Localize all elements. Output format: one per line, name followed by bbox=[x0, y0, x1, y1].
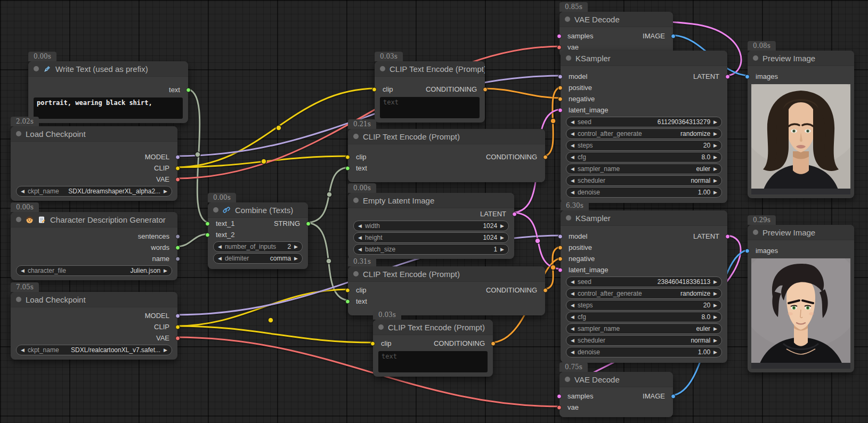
output-slot-dot-conditioning[interactable] bbox=[483, 87, 488, 92]
output-slot-dot-latent[interactable] bbox=[725, 234, 730, 239]
node-title-bar[interactable]: VAE Decode bbox=[559, 12, 673, 27]
collapse-dot[interactable] bbox=[16, 131, 21, 136]
link-midpoint-dot[interactable] bbox=[535, 238, 540, 243]
widget-left-arrow-icon[interactable]: ◀ bbox=[218, 245, 222, 249]
widget-ckpt-name[interactable]: ◀ ckpt_name SDXL/realcartoonXL_v7.safet.… bbox=[16, 345, 172, 355]
output-slot-dot-model[interactable] bbox=[175, 313, 180, 318]
output-slot-dot-clip[interactable] bbox=[175, 166, 180, 170]
widget-left-arrow-icon[interactable]: ◀ bbox=[571, 280, 574, 284]
node-write-text[interactable]: 0.00s Write Text (used as prefix) text p… bbox=[28, 61, 188, 123]
node-ksampler-2[interactable]: 6.30s KSampler model LATENT positive neg… bbox=[561, 210, 727, 363]
node-title-bar[interactable]: Preview Image bbox=[748, 225, 854, 240]
link-midpoint-dot[interactable] bbox=[550, 265, 556, 270]
collapse-dot[interactable] bbox=[753, 55, 758, 61]
widget-right-arrow-icon[interactable]: ▶ bbox=[500, 224, 504, 229]
output-slot-dot-words[interactable] bbox=[175, 245, 180, 250]
widget-left-arrow-icon[interactable]: ◀ bbox=[571, 291, 574, 296]
node-title-bar[interactable]: Empty Latent Image bbox=[348, 193, 514, 208]
widget-left-arrow-icon[interactable]: ◀ bbox=[571, 178, 574, 183]
node-title-bar[interactable]: Preview Image bbox=[748, 51, 854, 66]
input-slot-dot-positive[interactable] bbox=[558, 85, 563, 90]
input-slot-dot-images[interactable] bbox=[745, 74, 750, 79]
node-preview-image-2[interactable]: 0.29s Preview Image images bbox=[748, 225, 854, 372]
output-slot-dot-vae[interactable] bbox=[175, 336, 180, 340]
text-widget[interactable]: portrait, wearing black shirt, bbox=[34, 97, 183, 119]
input-slot-dot-clip[interactable] bbox=[370, 341, 375, 346]
widget-seed[interactable]: ◀seed238460418336113▶ bbox=[566, 276, 722, 287]
input-slot-dot-text[interactable] bbox=[345, 166, 350, 170]
output-slot-dot-clip[interactable] bbox=[175, 324, 180, 329]
widget-denoise[interactable]: ◀denoise1.00▶ bbox=[566, 187, 722, 198]
widget-right-arrow-icon[interactable]: ▶ bbox=[500, 235, 504, 240]
node-title-bar[interactable]: CLIP Text Encode (Prompt) bbox=[348, 266, 545, 282]
widget-right-arrow-icon[interactable]: ▶ bbox=[713, 291, 717, 296]
node-title-bar[interactable]: Load Checkpoint bbox=[11, 126, 177, 142]
widget-delimiter[interactable]: ◀ delimiter comma ▶ bbox=[213, 253, 303, 264]
widget-right-arrow-icon[interactable]: ▶ bbox=[500, 247, 504, 252]
widget-right-arrow-icon[interactable]: ▶ bbox=[294, 245, 298, 249]
input-slot-dot-clip[interactable] bbox=[372, 87, 377, 92]
widget-control-after-generate[interactable]: ◀control_after_generaterandomize▶ bbox=[566, 288, 722, 299]
input-slot-dot-samples[interactable] bbox=[557, 394, 562, 398]
widget-right-arrow-icon[interactable]: ▶ bbox=[713, 303, 717, 308]
node-clip-text-encode-mid1[interactable]: 0.21s CLIP Text Encode (Prompt) clip CON… bbox=[348, 129, 545, 182]
input-slot-dot-negative[interactable] bbox=[558, 256, 563, 261]
input-slot-dot-text1[interactable] bbox=[205, 221, 210, 226]
input-slot-dot-latent-image[interactable] bbox=[558, 267, 563, 272]
output-slot-dot-sentences[interactable] bbox=[175, 234, 180, 239]
node-clip-text-encode-mid2[interactable]: 0.31s CLIP Text Encode (Prompt) clip CON… bbox=[348, 266, 545, 315]
widget-right-arrow-icon[interactable]: ▶ bbox=[713, 280, 717, 284]
widget-batch-size[interactable]: ◀ batch_size 1 ▶ bbox=[353, 244, 509, 255]
input-slot-dot-text[interactable] bbox=[345, 299, 350, 304]
node-title-bar[interactable]: CLIP Text Encode (Prompt) bbox=[373, 320, 493, 335]
input-slot-dot-vae[interactable] bbox=[557, 45, 562, 50]
widget-steps[interactable]: ◀steps20▶ bbox=[566, 300, 722, 311]
collapse-dot[interactable] bbox=[380, 66, 385, 71]
input-slot-dot-latent-image[interactable] bbox=[558, 108, 563, 112]
node-clip-text-encode-top[interactable]: 0.03s CLIP Text Encode (Prompt) clip CON… bbox=[375, 61, 485, 123]
widget-sampler-name[interactable]: ◀sampler_nameeuler▶ bbox=[566, 323, 722, 334]
widget-left-arrow-icon[interactable]: ◀ bbox=[571, 327, 574, 331]
node-title-bar[interactable]: Character Description Generator bbox=[11, 212, 177, 227]
node-vae-decode-2[interactable]: 0.75s VAE Decode samples IMAGE vae bbox=[559, 372, 673, 417]
widget-ckpt-name[interactable]: ◀ ckpt_name SDXL/dreamshaperXL_alpha2...… bbox=[16, 186, 172, 197]
output-slot-dot-latent[interactable] bbox=[725, 74, 730, 79]
widget-left-arrow-icon[interactable]: ◀ bbox=[358, 247, 362, 252]
widget-height[interactable]: ◀ height 1024 ▶ bbox=[353, 232, 509, 243]
widget-left-arrow-icon[interactable]: ◀ bbox=[21, 189, 25, 194]
graph-canvas[interactable]: 0.00s Write Text (used as prefix) text p… bbox=[0, 0, 868, 423]
widget-right-arrow-icon[interactable]: ▶ bbox=[713, 167, 717, 172]
collapse-dot[interactable] bbox=[378, 324, 384, 330]
widget-right-arrow-icon[interactable]: ▶ bbox=[713, 155, 717, 160]
widget-sampler-name[interactable]: ◀sampler_nameeuler▶ bbox=[566, 164, 722, 174]
node-character-generator[interactable]: 0.00s Character Description Generator se… bbox=[11, 212, 177, 280]
output-slot-dot-vae[interactable] bbox=[175, 177, 180, 182]
node-combine-texts[interactable]: 0.00s Combine (Texts) text_1 STRING text… bbox=[208, 202, 308, 269]
link-midpoint-dot[interactable] bbox=[195, 152, 200, 157]
input-slot-dot-model[interactable] bbox=[558, 74, 563, 79]
input-slot-dot-samples[interactable] bbox=[557, 34, 562, 38]
collapse-dot[interactable] bbox=[213, 207, 218, 213]
node-load-checkpoint-2[interactable]: 7.05s Load Checkpoint MODEL CLIP VAE ◀ c… bbox=[11, 292, 177, 360]
output-slot-dot-conditioning[interactable] bbox=[543, 288, 548, 292]
output-slot-dot-name[interactable] bbox=[175, 256, 180, 261]
collapse-dot[interactable] bbox=[753, 230, 758, 235]
collapse-dot[interactable] bbox=[353, 198, 359, 203]
input-slot-dot-positive[interactable] bbox=[558, 245, 563, 250]
input-slot-dot-vae[interactable] bbox=[557, 405, 562, 410]
widget-right-arrow-icon[interactable]: ▶ bbox=[713, 315, 717, 320]
widget-width[interactable]: ◀ width 1024 ▶ bbox=[353, 221, 509, 231]
node-title-bar[interactable]: Combine (Texts) bbox=[208, 202, 308, 218]
input-slot-dot-images[interactable] bbox=[745, 248, 750, 253]
input-slot-dot-clip[interactable] bbox=[345, 154, 350, 159]
collapse-dot[interactable] bbox=[353, 271, 359, 276]
widget-left-arrow-icon[interactable]: ◀ bbox=[571, 190, 574, 195]
widget-scheduler[interactable]: ◀schedulernormal▶ bbox=[566, 335, 722, 346]
widget-left-arrow-icon[interactable]: ◀ bbox=[21, 348, 25, 353]
node-load-checkpoint-1[interactable]: 2.02s Load Checkpoint MODEL CLIP VAE ◀ c… bbox=[11, 126, 177, 201]
text-widget[interactable]: text bbox=[378, 351, 488, 372]
link-midpoint-dot[interactable] bbox=[276, 125, 281, 131]
widget-seed[interactable]: ◀seed611290364313279▶ bbox=[566, 117, 722, 127]
widget-right-arrow-icon[interactable]: ▶ bbox=[713, 178, 717, 183]
widget-left-arrow-icon[interactable]: ◀ bbox=[358, 224, 362, 229]
